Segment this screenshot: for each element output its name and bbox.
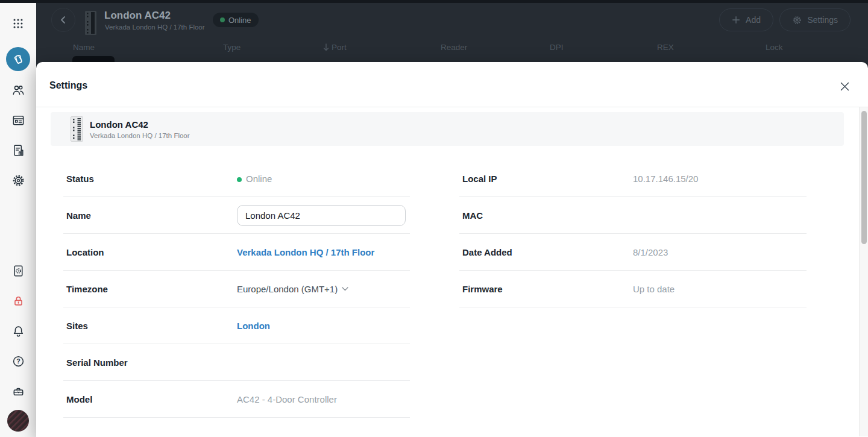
field-label: Local IP: [459, 174, 633, 184]
sidebar-item-schedule[interactable]: [11, 113, 25, 127]
online-dot-icon: [220, 17, 225, 22]
field-label: Date Added: [459, 247, 633, 257]
gear-icon: [792, 15, 802, 25]
chevron-down-icon: [342, 287, 348, 291]
field-label: Timezone: [63, 284, 237, 294]
apps-grid-icon: [11, 17, 25, 30]
modal-title: Settings: [49, 80, 87, 91]
field-label: MAC: [459, 210, 633, 221]
settings-gear-icon: [11, 174, 25, 187]
device-card-subtitle: Verkada London HQ / 17th Floor: [90, 132, 190, 139]
user-avatar[interactable]: [7, 410, 29, 432]
modal-body: London AC42 Verkada London HQ / 17th Flo…: [36, 107, 868, 436]
add-button[interactable]: Add: [719, 8, 773, 31]
sidebar-item-apps[interactable]: [11, 16, 25, 31]
status-badge: Online: [213, 13, 259, 27]
device-diagnostics-icon: [11, 264, 25, 278]
help-icon: ?: [11, 354, 25, 368]
chevron-left-icon: [57, 14, 69, 26]
toolbox-icon: [11, 385, 25, 398]
field-row-serial-number: Serial Number: [63, 344, 410, 381]
field-value: 10.17.146.15/20: [633, 174, 698, 184]
notifications-bell-icon: [11, 324, 25, 338]
field-row-sites: Sites London: [63, 307, 410, 344]
page-subtitle: Verkada London HQ / 17th Floor: [105, 24, 205, 31]
sidebar-item-diagnostics[interactable]: [11, 263, 25, 278]
page-title: London AC42: [104, 10, 171, 22]
field-value: AC42 - 4-Door Controller: [237, 394, 337, 404]
sidebar-item-settings[interactable]: [11, 173, 25, 187]
settings-modal: Settings: [36, 62, 868, 437]
device-card: London AC42 Verkada London HQ / 17th Flo…: [51, 112, 844, 146]
door-controller-icon: [84, 10, 97, 36]
close-button[interactable]: [839, 81, 850, 92]
close-icon: [840, 82, 849, 91]
back-button[interactable]: [51, 8, 75, 32]
status-value: Online: [237, 174, 272, 184]
column-header-rex[interactable]: REX: [657, 43, 674, 52]
column-header-dpi[interactable]: DPI: [550, 43, 564, 52]
field-label: Model: [63, 394, 237, 404]
calendar-icon: [11, 113, 25, 127]
reports-icon: [11, 143, 25, 157]
device-card-title: London AC42: [90, 119, 190, 130]
field-row-timezone: Timezone Europe/London (GMT+1): [63, 271, 410, 307]
field-value: 8/1/2023: [633, 247, 668, 257]
sidebar: ?: [0, 3, 36, 437]
sidebar-item-people[interactable]: [11, 83, 25, 97]
column-header-reader[interactable]: Reader: [441, 43, 467, 52]
field-label: Serial Number: [63, 357, 237, 368]
timezone-select[interactable]: Europe/London (GMT+1): [237, 284, 348, 294]
settings-button[interactable]: Settings: [779, 8, 851, 31]
sidebar-item-lockdown[interactable]: [11, 294, 25, 308]
field-row-date-added: Date Added 8/1/2023: [459, 234, 807, 271]
column-header-port[interactable]: Port: [323, 43, 347, 52]
sidebar-item-access-control-active[interactable]: [6, 47, 30, 71]
field-label: Location: [63, 247, 237, 257]
top-edge-strip: [0, 0, 868, 3]
sidebar-item-notifications[interactable]: [11, 324, 25, 338]
field-value: Up to date: [633, 284, 675, 294]
door-controller-icon: [71, 116, 83, 142]
sidebar-item-reports[interactable]: [11, 143, 25, 157]
fields-column-right: Local IP 10.17.146.15/20 MAC Date Added …: [459, 160, 807, 307]
field-row-local-ip: Local IP 10.17.146.15/20: [459, 160, 807, 197]
access-control-icon: [11, 52, 25, 66]
plus-icon: [732, 15, 740, 25]
column-header-name[interactable]: Name: [73, 43, 95, 52]
field-row-model: Model AC42 - 4-Door Controller: [63, 381, 410, 418]
field-row-firmware: Firmware Up to date: [459, 271, 807, 307]
scrollbar-track[interactable]: [859, 107, 868, 436]
column-header-type[interactable]: Type: [223, 43, 241, 52]
field-row-mac: MAC: [459, 197, 807, 234]
online-dot-icon: [237, 177, 242, 182]
people-icon: [11, 83, 25, 97]
location-link[interactable]: Verkada London HQ / 17th Floor: [237, 247, 374, 257]
column-header-lock[interactable]: Lock: [766, 43, 783, 52]
sites-link[interactable]: London: [237, 321, 270, 331]
field-label: Firmware: [459, 284, 633, 294]
field-row-status: Status Online: [63, 160, 410, 197]
modal-header: Settings: [36, 62, 868, 107]
fields-column-left: Status Online Name Location Verkada Lond…: [63, 160, 410, 418]
field-label: Status: [63, 174, 237, 184]
svg-text:?: ?: [16, 357, 20, 365]
sidebar-item-toolbox[interactable]: [11, 384, 25, 398]
field-label: Sites: [63, 321, 237, 331]
field-row-name: Name: [63, 197, 410, 234]
lockdown-icon: [11, 294, 25, 308]
name-input[interactable]: [237, 205, 406, 226]
field-label: Name: [63, 210, 237, 221]
scrollbar-thumb[interactable]: [861, 111, 867, 244]
field-row-location: Location Verkada London HQ / 17th Floor: [63, 234, 410, 271]
sort-descending-icon: [323, 43, 329, 51]
sidebar-item-help[interactable]: ?: [11, 354, 25, 368]
